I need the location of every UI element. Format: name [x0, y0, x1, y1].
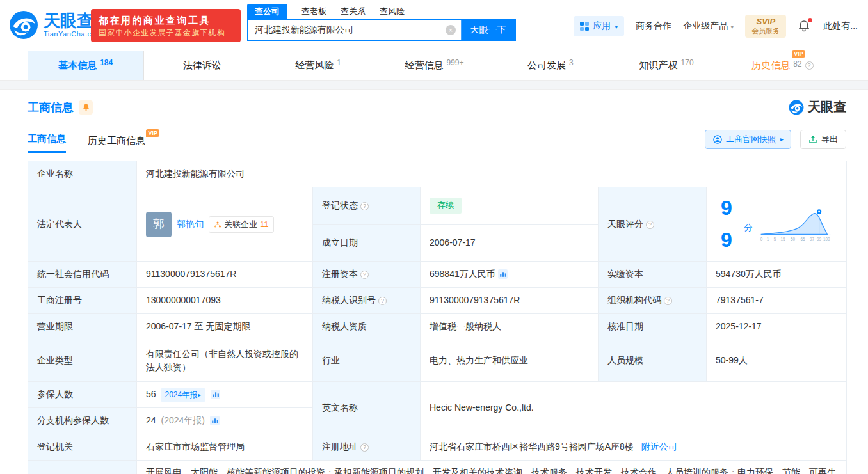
- search-tab-risk[interactable]: 查风险: [380, 6, 405, 19]
- company-name-value: 河北建投新能源有限公司: [137, 161, 847, 187]
- help-icon[interactable]: ?: [378, 297, 387, 305]
- reg-capital-label-text: 注册资本: [322, 269, 358, 279]
- annual-report-link[interactable]: 2024年报 ▾: [161, 388, 205, 402]
- search-tab-boss[interactable]: 查老板: [301, 6, 326, 19]
- tab-count: 1: [337, 58, 341, 67]
- svg-text:65: 65: [801, 236, 806, 241]
- branch-insured-chart-icon[interactable]: [210, 416, 220, 425]
- registered-address-label-text: 注册地址: [322, 441, 358, 452]
- establish-date-label: 成立日期: [313, 225, 421, 262]
- help-icon[interactable]: ?: [360, 202, 369, 210]
- tab-history-info[interactable]: 历史信息 VIP 82 ?: [725, 51, 840, 80]
- tianyancha-watermark: 天眼查: [789, 99, 846, 116]
- capital-chart-icon[interactable]: [498, 269, 508, 279]
- tab-operation-risk[interactable]: 经营风险 1: [261, 51, 376, 80]
- related-count: 11: [260, 218, 269, 231]
- notification-bell-icon[interactable]: [798, 19, 812, 33]
- score-distribution-chart: 0 1 5 15 50 65 97 99 100: [759, 206, 832, 243]
- header-right: 应用 ▾ 商务合作 企业级产品 ▾ SVIP 会员服务 此处有...: [574, 14, 858, 38]
- vip-tag: VIP: [146, 129, 159, 137]
- svg-text:99: 99: [817, 236, 822, 241]
- network-icon: [214, 221, 221, 228]
- tianyancha-logo-icon: [789, 100, 804, 115]
- tianyancha-logo[interactable]: 天眼查 TianYanCha.com: [9, 10, 102, 40]
- search-input[interactable]: [248, 20, 461, 40]
- taxpayer-id-label: 纳税人识别号 ?: [313, 288, 421, 314]
- org-code-label-text: 组织机构代码: [607, 295, 661, 305]
- business-term-label: 营业期限: [28, 314, 137, 340]
- notification-dot: [808, 18, 812, 22]
- enterprise-products-label: 企业级产品: [683, 20, 728, 32]
- nearby-companies-link[interactable]: 附近公司: [641, 441, 677, 452]
- tianyan-score: 99 分 0 1 5 15 50 65 97 99: [716, 191, 837, 257]
- insured-count-text: 56: [146, 389, 156, 399]
- help-icon[interactable]: ?: [360, 271, 369, 279]
- business-term-value: 2006-07-17 至 无固定期限: [137, 314, 313, 340]
- help-icon[interactable]: ?: [664, 297, 672, 305]
- reg-capital-label: 注册资本 ?: [313, 262, 421, 288]
- export-icon: [808, 135, 817, 144]
- apps-label: 应用: [593, 20, 611, 32]
- tab-legal-litigation[interactable]: 法律诉讼: [144, 51, 260, 80]
- tab-count: 82: [793, 59, 801, 68]
- help-icon[interactable]: ?: [360, 443, 369, 452]
- help-icon[interactable]: ?: [805, 61, 814, 70]
- insured-count-value: 56 2024年报 ▾: [137, 382, 313, 408]
- chevron-down-icon: ▾: [615, 23, 618, 30]
- tab-count: 170: [681, 58, 694, 67]
- taxpayer-quality-value: 增值税一般纳税人: [421, 314, 599, 340]
- export-button[interactable]: 导出: [800, 130, 846, 149]
- tab-basic-info[interactable]: 基本信息 184: [28, 51, 144, 80]
- registration-authority-value: 石家庄市市场监督管理局: [137, 434, 313, 461]
- status-badge: 存续: [430, 198, 462, 213]
- registered-address-value: 河北省石家庄市桥西区裕华西路9号裕园广场A座8楼 附近公司: [421, 434, 847, 461]
- tab-count: 3: [569, 58, 574, 67]
- tab-company-development[interactable]: 公司发展 3: [492, 51, 608, 80]
- legal-rep-name-link[interactable]: 郭艳旬: [177, 217, 204, 232]
- user-menu[interactable]: 此处有...: [823, 20, 858, 32]
- score-label: 天眼评分 ?: [599, 187, 707, 262]
- establish-date-value: 2006-07-17: [421, 225, 599, 262]
- arrow-right-icon: ▾: [195, 393, 204, 397]
- search-area: 查公司 查老板 查关系 查风险 × 天眼一下: [247, 4, 516, 41]
- apps-grid-icon: [580, 22, 589, 31]
- search-button[interactable]: 天眼一下: [461, 20, 515, 40]
- search-tab-company[interactable]: 查公司: [247, 4, 287, 19]
- business-cooperation-link[interactable]: 商务合作: [636, 20, 671, 32]
- reg-status-label: 登记状态 ?: [313, 187, 421, 225]
- approval-date-label: 核准日期: [599, 314, 707, 340]
- svip-title: SVIP: [751, 17, 780, 27]
- related-label: 关联企业: [224, 218, 257, 231]
- insured-chart-icon[interactable]: [211, 390, 220, 399]
- subtab-history-business-info[interactable]: 历史工商信息 VIP: [88, 135, 145, 153]
- tianyancha-logo-icon: [9, 10, 38, 40]
- clear-search-icon[interactable]: ×: [446, 25, 456, 35]
- tab-intellectual-property[interactable]: 知识产权 170: [608, 51, 724, 80]
- company-type-value: 有限责任公司（非自然人投资或控股的法人独资）: [137, 340, 313, 382]
- taxpayer-id-label-text: 纳税人识别号: [322, 295, 376, 305]
- insured-count-label: 参保人数: [28, 382, 137, 408]
- subscribe-bell-icon[interactable]: [79, 100, 93, 115]
- enterprise-products-link[interactable]: 企业级产品 ▾: [683, 20, 734, 32]
- tab-count: 184: [100, 58, 113, 67]
- registered-address-text: 河北省石家庄市桥西区裕华西路9号裕园广场A座8楼: [430, 441, 634, 452]
- branch-insured-label: 分支机构参保人数: [28, 408, 137, 434]
- svip-member-badge[interactable]: SVIP 会员服务: [745, 15, 786, 38]
- subtab-business-info[interactable]: 工商信息: [28, 133, 66, 153]
- related-companies-tag[interactable]: 关联企业 11: [209, 216, 274, 233]
- svg-text:97: 97: [810, 236, 815, 241]
- legal-rep-label: 法定代表人: [28, 187, 137, 262]
- apps-menu[interactable]: 应用 ▾: [574, 16, 624, 36]
- english-name-value: Hecic New-energy Co.,ltd.: [421, 382, 847, 434]
- subtab-label: 历史工商信息: [88, 135, 145, 146]
- taxpayer-id-value: 91130000791375617R: [421, 288, 599, 314]
- official-snapshot-button[interactable]: 工商官网快照 ▾: [705, 130, 791, 149]
- arrow-right-icon: ▾: [778, 138, 785, 141]
- tab-business-info[interactable]: 经营信息 999+: [376, 51, 492, 80]
- help-icon[interactable]: ?: [646, 221, 654, 229]
- business-scope-label: 经营范围 ?: [28, 461, 137, 474]
- svg-text:5: 5: [774, 236, 776, 241]
- company-section-nav: 基本信息 184 法律诉讼 经营风险 1 经营信息 999+ 公司发展 3 知识…: [0, 51, 868, 81]
- top-header: 天眼查 TianYanCha.com 都在用的商业查询工具 国家中小企业发展子基…: [0, 0, 868, 51]
- search-tab-relation[interactable]: 查关系: [341, 6, 366, 19]
